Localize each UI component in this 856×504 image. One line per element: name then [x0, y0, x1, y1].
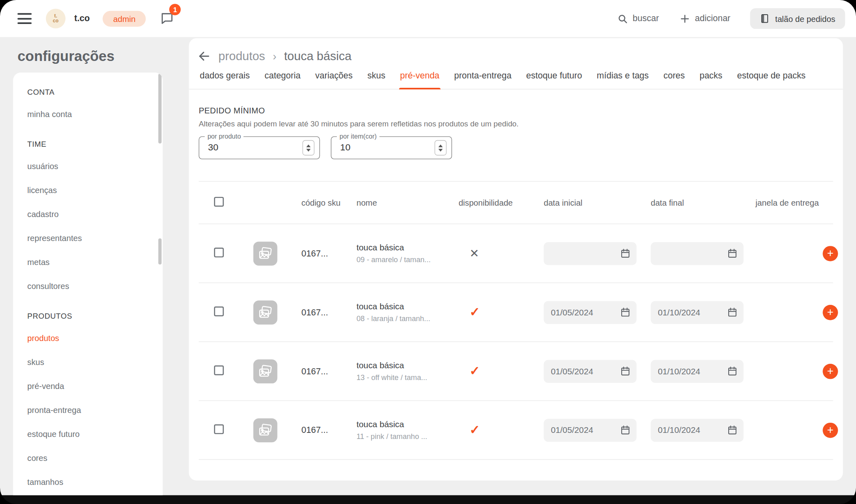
product-name: touca básica	[356, 419, 459, 429]
sidebar-item-pronta-entrega[interactable]: pronta-entrega	[27, 405, 156, 416]
order-pad-button[interactable]: talão de pedidos	[750, 8, 845, 29]
back-arrow-icon	[198, 50, 211, 63]
tab-cores[interactable]: cores	[662, 71, 686, 89]
add-delivery-window-button[interactable]: +	[823, 422, 838, 438]
min-per-item-input[interactable]	[331, 142, 413, 153]
end-date-field[interactable]	[651, 242, 743, 265]
table-header: código sku nome disponibilidade data ini…	[199, 182, 833, 224]
sidebar-item-representantes[interactable]: representantes	[27, 233, 156, 244]
start-date-value: 01/05/2024	[551, 366, 593, 376]
sidebar-scrollbar-segment[interactable]	[158, 238, 162, 264]
messages-button[interactable]: 1	[160, 11, 175, 26]
field-label: por item(cor)	[337, 133, 380, 140]
product-name: touca básica	[356, 361, 459, 370]
search-button[interactable]: buscar	[618, 13, 659, 24]
col-janela-de-entrega: janela de entrega	[756, 198, 833, 207]
tab-estoque-de-packs[interactable]: estoque de packs	[736, 71, 807, 89]
settings-nav: CONTA minha conta TIME usuários licenças…	[13, 72, 163, 495]
order-pad-label: talão de pedidos	[775, 14, 835, 23]
start-date-field[interactable]	[544, 242, 636, 265]
calendar-icon	[620, 248, 630, 259]
end-date-field[interactable]: 01/10/2024	[651, 301, 743, 324]
sidebar-item-metas[interactable]: metas	[27, 257, 156, 268]
sidebar-item-consultores[interactable]: consultores	[27, 281, 156, 292]
add-delivery-window-button[interactable]: +	[823, 304, 838, 320]
sidebar-item-cadastro[interactable]: cadastro	[27, 209, 156, 220]
add-delivery-window-button[interactable]: +	[823, 363, 838, 379]
tab-pre-venda[interactable]: pré-venda	[399, 71, 441, 89]
end-date-field[interactable]: 01/10/2024	[651, 419, 743, 441]
tab-variacoes[interactable]: variações	[314, 71, 354, 89]
section-title: PEDIDO MÍNIMO	[199, 106, 833, 115]
calendar-icon	[727, 425, 737, 435]
logo-text-bottom: co	[53, 19, 59, 24]
breadcrumb: produtos › touca básica	[189, 38, 843, 63]
tab-estoque-futuro[interactable]: estoque futuro	[525, 71, 583, 89]
nav-section-time: TIME	[27, 140, 156, 148]
sidebar-item-tamanhos[interactable]: tamanhos	[27, 477, 156, 488]
start-date-field[interactable]: 01/05/2024	[544, 360, 636, 382]
add-label: adicionar	[695, 14, 730, 24]
number-stepper-icon[interactable]	[435, 140, 447, 156]
end-date-value: 01/10/2024	[658, 366, 700, 376]
sidebar-item-produtos[interactable]: produtos	[27, 333, 156, 344]
row-checkbox[interactable]	[214, 365, 224, 375]
table-row: 0167... touca básica09 - amarelo / taman…	[199, 224, 833, 283]
min-per-item-field[interactable]: por item(cor)	[331, 136, 452, 159]
breadcrumb-parent[interactable]: produtos	[218, 49, 265, 63]
sidebar-item-usuarios[interactable]: usuários	[27, 161, 156, 172]
number-stepper-icon[interactable]	[302, 140, 314, 156]
min-per-product-field[interactable]: por produto	[199, 136, 320, 159]
order-pad-icon	[760, 14, 770, 24]
end-date-field[interactable]: 01/10/2024	[651, 360, 743, 382]
availability-icon[interactable]: ✕	[469, 247, 479, 259]
nav-section-conta: CONTA	[27, 88, 156, 96]
brand-logo[interactable]: t. co	[46, 9, 66, 28]
tab-midias-e-tags[interactable]: mídias e tags	[596, 71, 650, 89]
col-data-inicial: data inicial	[544, 198, 651, 207]
product-tabs: dados gerais categoria variações skus pr…	[189, 71, 843, 89]
sidebar-item-pre-venda[interactable]: pré-venda	[27, 381, 156, 392]
start-date-value: 01/05/2024	[551, 425, 593, 435]
sidebar-item-estoque-futuro[interactable]: estoque futuro	[27, 429, 156, 440]
app-window: t. co t.co admin 1 buscar adicionar talã…	[0, 0, 856, 504]
availability-icon[interactable]: ✓	[469, 364, 480, 378]
product-image-placeholder-icon	[253, 241, 277, 265]
sku-code: 0167...	[301, 366, 357, 376]
start-date-field[interactable]: 01/05/2024	[544, 419, 636, 441]
product-variant: 08 - laranja / tamanh...	[356, 315, 459, 323]
start-date-field[interactable]: 01/05/2024	[544, 301, 636, 324]
tab-dados-gerais[interactable]: dados gerais	[199, 71, 251, 89]
nav-section-produtos: PRODUTOS	[27, 311, 156, 320]
minimum-order-fields: por produto por item(cor)	[199, 136, 833, 159]
tab-skus[interactable]: skus	[366, 71, 387, 89]
product-image-placeholder-icon	[253, 359, 277, 383]
sidebar-scrollbar[interactable]	[158, 74, 162, 143]
tab-packs[interactable]: packs	[699, 71, 723, 89]
tab-pronta-entrega[interactable]: pronta-entrega	[453, 71, 513, 89]
table-row: 0167... touca básica11 - pink / tamanho …	[199, 401, 833, 460]
product-image-placeholder-icon	[253, 418, 277, 442]
back-button[interactable]	[198, 50, 211, 63]
row-checkbox[interactable]	[214, 248, 224, 257]
select-all-checkbox[interactable]	[214, 197, 224, 206]
sidebar-item-cores[interactable]: cores	[27, 453, 156, 464]
row-checkbox[interactable]	[214, 424, 224, 434]
sidebar-item-licencas[interactable]: licenças	[27, 185, 156, 196]
sidebar-item-minha-conta[interactable]: minha conta	[27, 109, 156, 120]
tab-categoria[interactable]: categoria	[264, 71, 302, 89]
end-date-value: 01/10/2024	[658, 307, 700, 317]
topbar: t. co t.co admin 1 buscar adicionar talã…	[0, 0, 856, 37]
calendar-icon	[727, 248, 737, 259]
availability-icon[interactable]: ✓	[469, 423, 480, 437]
plus-icon	[680, 13, 690, 24]
end-date-value: 01/10/2024	[658, 425, 700, 435]
row-checkbox[interactable]	[214, 306, 224, 316]
add-button[interactable]: adicionar	[680, 13, 731, 24]
availability-icon[interactable]: ✓	[469, 305, 480, 319]
min-per-product-input[interactable]	[199, 142, 281, 153]
sidebar-item-skus[interactable]: skus	[27, 357, 156, 368]
add-delivery-window-button[interactable]: +	[823, 245, 838, 261]
admin-badge: admin	[103, 11, 146, 26]
menu-icon[interactable]	[17, 13, 32, 24]
